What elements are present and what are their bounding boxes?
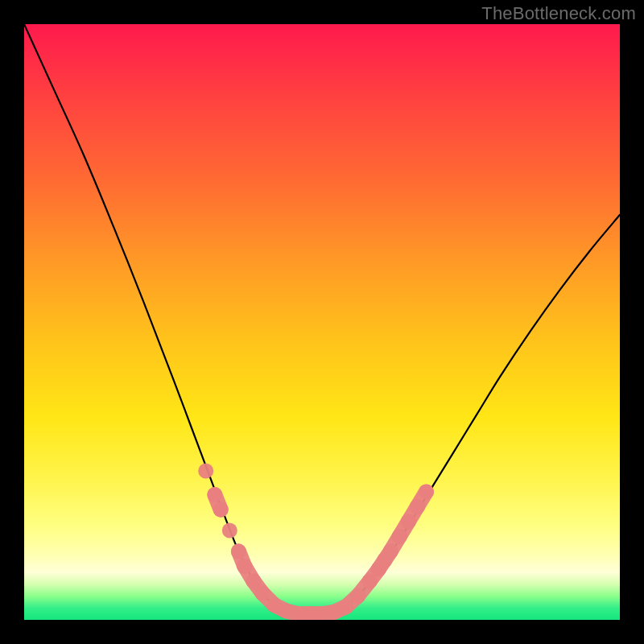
marker-dot <box>255 585 270 601</box>
marker-dot <box>383 543 398 559</box>
marker-dot <box>410 499 425 514</box>
marker-dot <box>207 487 222 502</box>
marker-dot <box>213 502 229 518</box>
watermark-label: TheBottleneck.com <box>481 3 636 24</box>
marker-dot <box>198 464 213 479</box>
bottleneck-curve <box>24 24 620 614</box>
marker-dot <box>392 529 407 544</box>
marker-dot <box>401 514 416 529</box>
marker-dot <box>350 588 365 604</box>
chart-plot-area <box>24 24 620 620</box>
chart-frame: TheBottleneck.com <box>0 0 644 644</box>
marker-dot <box>222 523 237 539</box>
marker-dot <box>237 559 252 574</box>
marker-dot <box>419 484 434 499</box>
marker-dot <box>231 543 246 559</box>
chart-svg <box>24 24 620 620</box>
marker-dot <box>338 599 353 614</box>
